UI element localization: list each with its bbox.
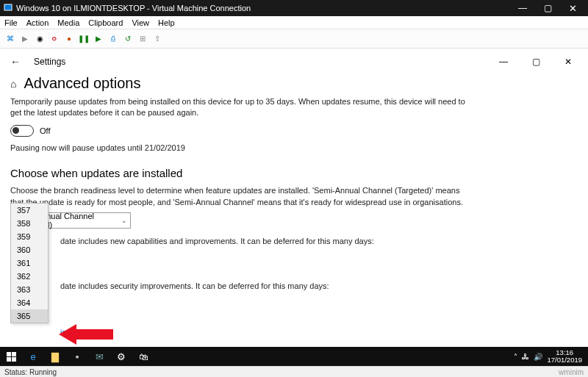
dropdown-option[interactable]: 360	[11, 243, 48, 256]
dropdown-option[interactable]: 362	[11, 270, 48, 283]
branch-description: Choose the branch readiness level to det…	[10, 185, 466, 208]
dropdown-option[interactable]: 361	[11, 256, 48, 270]
menu-clipboard[interactable]: Clipboard	[88, 18, 123, 27]
toggle-state-label: Off	[40, 126, 50, 135]
dropdown-option[interactable]: 359	[11, 230, 48, 243]
pause-toggle[interactable]	[10, 125, 34, 137]
taskbar-store-icon[interactable]: 🛍	[132, 347, 154, 366]
enhanced-icon[interactable]: ⊞	[137, 33, 148, 45]
hyperv-menu-bar: File Action Media Clipboard View Help	[0, 16, 588, 29]
shutdown-icon[interactable]: ⭘	[49, 33, 60, 45]
settings-maximize-button[interactable]: ▢	[526, 57, 545, 67]
taskbar-explorer-icon[interactable]: ▇	[44, 347, 66, 366]
dropdown-option[interactable]: 357	[11, 204, 48, 217]
pause-description: Temporarily pause updates from being ins…	[10, 96, 466, 119]
status-text: Status: Running	[4, 368, 57, 376]
hyperv-toolbar: ⌘ ▶ ◉ ⭘ ● ❚❚ ▶ ⎙ ↺ ⊞ ⇪	[0, 29, 588, 49]
svg-rect-4	[12, 357, 16, 362]
revert-icon[interactable]: ↺	[122, 33, 134, 45]
turnoff-icon[interactable]: ◉	[34, 33, 46, 45]
svg-rect-1	[7, 352, 11, 356]
ctrl-alt-del-icon[interactable]: ⌘	[4, 33, 16, 45]
defer-days-dropdown-list[interactable]: 357 358 359 360 361 362 363 364 365	[10, 203, 49, 323]
menu-help[interactable]: Help	[158, 18, 175, 27]
watermark: wminim	[559, 368, 584, 376]
save-icon[interactable]: ●	[63, 33, 75, 45]
dropdown-option[interactable]: 364	[11, 296, 48, 309]
hyperv-icon	[3, 3, 13, 13]
start-icon[interactable]: ▶	[19, 33, 31, 45]
share-icon[interactable]: ⇪	[151, 33, 163, 45]
hv-minimize-button[interactable]: —	[510, 3, 535, 13]
taskbar-settings-icon[interactable]: ⚙	[110, 347, 132, 366]
menu-action[interactable]: Action	[26, 18, 49, 27]
hv-maximize-button[interactable]: ▢	[535, 3, 560, 13]
menu-media[interactable]: Media	[57, 18, 79, 27]
settings-label: Settings	[34, 57, 65, 67]
settings-content: ⌂ Advanced options Temporarily pause upd…	[0, 75, 588, 356]
section-choose-updates: Choose when updates are installed	[10, 167, 578, 179]
taskbar-terminal-icon[interactable]: ▪	[66, 347, 88, 366]
quality-defer-text: date includes security improvements. It …	[60, 281, 329, 292]
hyperv-title-bar: Windows 10 on ILMIONTDESKTOP - Virtual M…	[0, 0, 588, 16]
tray-network-icon[interactable]: 🖧	[522, 353, 529, 361]
tray-up-icon[interactable]: ˄	[514, 353, 517, 361]
checkpoint-icon[interactable]: ⎙	[107, 33, 119, 45]
windows-taskbar: e ▇ ▪ ✉ ⚙ 🛍 ˄ 🖧 🔊 13:16 17/01/2019	[0, 347, 588, 366]
reset-icon[interactable]: ▶	[93, 33, 104, 45]
pause-until-text: Pausing now will pause updates until 21/…	[10, 143, 466, 154]
menu-view[interactable]: View	[132, 18, 149, 27]
dropdown-option[interactable]: 358	[11, 217, 48, 230]
tray-volume-icon[interactable]: 🔊	[534, 353, 542, 361]
settings-close-button[interactable]: ✕	[559, 57, 578, 67]
pause-icon[interactable]: ❚❚	[78, 33, 90, 45]
svg-rect-2	[12, 352, 16, 356]
annotation-arrow	[59, 324, 113, 345]
dropdown-option[interactable]: 363	[11, 283, 48, 296]
back-button[interactable]: ←	[10, 56, 21, 68]
menu-file[interactable]: File	[4, 18, 18, 27]
feature-defer-text: date includes new capabilities and impro…	[60, 236, 374, 247]
svg-rect-0	[4, 4, 12, 10]
settings-minimize-button[interactable]: —	[494, 57, 513, 67]
dropdown-option[interactable]: 365	[11, 309, 48, 323]
svg-rect-3	[7, 357, 11, 362]
page-title: Advanced options	[24, 75, 140, 92]
hyperv-title: Windows 10 on ILMIONTDESKTOP - Virtual M…	[16, 4, 251, 12]
settings-header: ← Settings — ▢ ✕	[0, 49, 588, 75]
hyperv-status-bar: Status: Running wminim	[0, 366, 588, 377]
hv-close-button[interactable]: ✕	[560, 3, 585, 14]
start-button[interactable]	[0, 347, 22, 366]
taskbar-clock[interactable]: 13:16 17/01/2019	[547, 349, 582, 365]
chevron-down-icon: ⌄	[121, 217, 127, 224]
taskbar-mail-icon[interactable]: ✉	[88, 347, 110, 366]
system-tray[interactable]: ˄ 🖧 🔊 13:16 17/01/2019	[514, 349, 588, 365]
home-icon[interactable]: ⌂	[10, 78, 16, 90]
taskbar-edge-icon[interactable]: e	[22, 347, 44, 366]
